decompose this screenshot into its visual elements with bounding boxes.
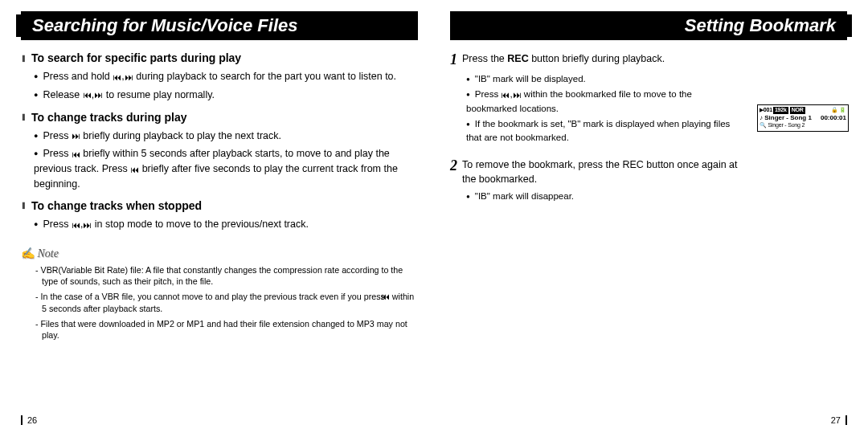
step-text: Press the REC button briefly during play… bbox=[462, 51, 665, 69]
prev-icon bbox=[501, 88, 510, 102]
left-title: Searching for Music/Voice Files bbox=[21, 11, 418, 40]
right-title: Setting Bookmark bbox=[450, 11, 847, 40]
sub-bullet: "IB" mark will disappear. bbox=[466, 190, 743, 203]
bullet: Press and hold , during playback to sear… bbox=[34, 69, 418, 84]
prev-icon bbox=[83, 88, 92, 102]
prev-icon bbox=[113, 70, 121, 84]
section-change-tracks-stopped: To change tracks when stopped bbox=[21, 199, 418, 212]
page-number-right: 27 bbox=[831, 415, 847, 425]
bullet: Press , in stop mode to move to the prev… bbox=[34, 217, 418, 232]
sub-bullet: "IB" mark will be displayed. bbox=[466, 72, 743, 86]
step-text: To remove the bookmark, press the REC bu… bbox=[462, 157, 743, 186]
right-page: Setting Bookmark 1 Press the REC button … bbox=[434, 0, 868, 433]
sub-bullet: Press , within the bookmarked file to mo… bbox=[466, 88, 743, 115]
next-icon bbox=[94, 88, 103, 102]
bullet: Press briefly within 5 seconds after pla… bbox=[34, 146, 418, 191]
section-change-tracks-play: To change tracks during play bbox=[21, 111, 418, 124]
next-icon bbox=[83, 218, 92, 232]
prev-icon bbox=[72, 218, 80, 232]
page-number-left: 26 bbox=[21, 415, 37, 425]
step-number: 2 bbox=[450, 157, 457, 186]
step-number: 1 bbox=[450, 51, 457, 69]
sub-bullet: If the bookmark is set, "B" mark is disp… bbox=[466, 117, 743, 144]
note-item: In the case of a VBR file, you cannot mo… bbox=[35, 291, 418, 315]
step-2: 2 To remove the bookmark, press the REC … bbox=[450, 157, 743, 186]
title-mark bbox=[847, 14, 852, 37]
left-title-bar: Searching for Music/Voice Files bbox=[16, 11, 418, 40]
note-item: VBR(Variable Bit Rate) file: A file that… bbox=[35, 264, 418, 288]
step-1: 1 Press the REC button briefly during pl… bbox=[450, 51, 743, 69]
left-page: Searching for Music/Voice Files To searc… bbox=[0, 0, 434, 433]
prev-icon bbox=[72, 147, 80, 161]
bullet: Release , to resume play normally. bbox=[34, 88, 418, 103]
device-lcd: ▶001 192k NOR 🔒 🔋 ♪ Singer - Song 1 00:0… bbox=[757, 104, 849, 132]
next-icon bbox=[513, 88, 522, 102]
note-block: Note VBR(Variable Bit Rate) file: A file… bbox=[21, 247, 418, 341]
prev-icon bbox=[130, 162, 139, 177]
section-search-parts: To search for specific parts during play bbox=[21, 51, 418, 64]
note-label: Note bbox=[21, 247, 418, 260]
next-icon bbox=[72, 129, 80, 143]
next-icon bbox=[125, 70, 133, 84]
right-title-bar: Setting Bookmark bbox=[450, 11, 852, 40]
note-item: Files that were downloaded in MP2 or MP1… bbox=[35, 318, 418, 341]
bullet: Press briefly during playback to play th… bbox=[34, 129, 418, 144]
